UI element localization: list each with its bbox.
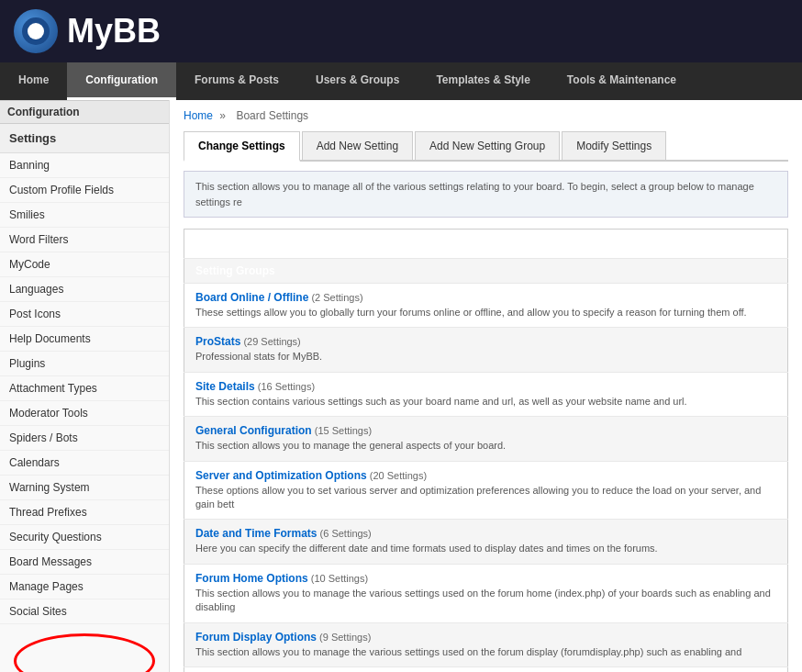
setting-group-title[interactable]: Server and Optimization Options [195, 469, 367, 482]
tab-modify-settings[interactable]: Modify Settings [562, 131, 666, 160]
table-row: Site Details (16 Settings)This section c… [184, 372, 788, 416]
nav-configuration[interactable]: Configuration [67, 62, 176, 100]
sidebar-item-post-icons[interactable]: Post Icons [0, 302, 169, 327]
setting-group-count: (29 Settings) [240, 336, 300, 347]
info-box: This section allows you to manage all of… [184, 171, 788, 218]
setting-group-count: (10 Settings) [308, 573, 368, 584]
setting-group-desc: This section allows you to manage the ge… [195, 439, 776, 453]
sidebar-item-smilies[interactable]: Smilies [0, 203, 169, 228]
sidebar: Configuration Settings Banning Custom Pr… [0, 100, 170, 672]
setting-group-desc: These options allow you to set various s… [195, 484, 776, 512]
table-row: Server and Optimization Options (20 Sett… [184, 461, 788, 520]
sidebar-item-board-messages[interactable]: Board Messages [0, 550, 169, 575]
setting-group-desc: Here you can specify the different date … [195, 542, 776, 555]
sidebar-item-thread-prefixes[interactable]: Thread Prefixes [0, 500, 169, 525]
sidebar-item-warning-system[interactable]: Warning System [0, 476, 169, 500]
nav-tools-maintenance[interactable]: Tools & Maintenance [549, 62, 695, 100]
setting-group-count: (15 Settings) [312, 425, 372, 436]
sidebar-section-title: Configuration [0, 100, 169, 124]
setting-group-title[interactable]: Forum Home Options [195, 572, 308, 585]
sidebar-item-languages[interactable]: Languages [0, 277, 169, 302]
sidebar-item-moderator-tools[interactable]: Moderator Tools [0, 401, 169, 426]
sidebar-item-mycode[interactable]: MyCode [0, 252, 169, 277]
header: MyBB [0, 0, 802, 62]
table-row: Show Thread Options (14 Settings)This se… [184, 666, 788, 672]
setting-group-count: (16 Settings) [255, 381, 315, 392]
setting-group-desc: This section contains various settings s… [195, 395, 776, 409]
tab-change-settings[interactable]: Change Settings [184, 131, 300, 162]
sidebar-item-custom-profile-fields[interactable]: Custom Profile Fields [0, 178, 169, 203]
nav-templates-style[interactable]: Templates & Style [418, 62, 548, 100]
table-row: General Configuration (15 Settings)This … [184, 417, 788, 461]
tab-add-new-setting[interactable]: Add New Setting [302, 131, 413, 160]
setting-group-title[interactable]: General Configuration [195, 424, 312, 437]
setting-group-title[interactable]: Board Online / Offline [195, 291, 308, 304]
table-row: Forum Display Options (9 Settings)This s… [184, 622, 788, 666]
setting-group-title[interactable]: Site Details [195, 380, 255, 393]
sidebar-item-social-sites[interactable]: Social Sites [0, 599, 169, 624]
setting-group-desc: This section allows you to manage the va… [195, 587, 776, 615]
table-row: Date and Time Formats (6 Settings)Here y… [184, 520, 788, 564]
logo-area: MyBB [14, 9, 161, 53]
logo-text: MyBB [67, 12, 161, 50]
setting-group-count: (6 Settings) [317, 528, 371, 539]
breadcrumb-current: Board Settings [236, 109, 308, 122]
setting-group-title[interactable]: ProStats [195, 335, 240, 348]
nav-home[interactable]: Home [0, 62, 67, 100]
settings-table-subheader: Setting Groups [184, 259, 788, 284]
logo-icon [14, 9, 58, 53]
sidebar-item-help-documents[interactable]: Help Documents [0, 327, 169, 352]
main-nav: Home Configuration Forums & Posts Users … [0, 62, 802, 100]
settings-table: Board Settings Setting Groups Board Onli… [184, 229, 788, 672]
breadcrumb-home[interactable]: Home [184, 109, 213, 122]
table-row: Board Online / Offline (2 Settings)These… [184, 284, 788, 328]
sidebar-item-security-questions[interactable]: Security Questions [0, 525, 169, 550]
breadcrumb: Home » Board Settings [184, 109, 788, 122]
sidebar-item-word-filters[interactable]: Word Filters [0, 228, 169, 252]
table-row: Forum Home Options (10 Settings)This sec… [184, 564, 788, 622]
setting-group-count: (9 Settings) [317, 632, 371, 643]
tab-add-new-setting-group[interactable]: Add New Setting Group [415, 131, 560, 160]
sidebar-item-plugins[interactable]: Plugins [0, 352, 169, 376]
setting-group-desc: Professional stats for MyBB. [195, 350, 776, 364]
setting-group-desc: This section allows you to manage the va… [195, 645, 776, 659]
sidebar-item-attachment-types[interactable]: Attachment Types [0, 376, 169, 401]
tabs-bar: Change Settings Add New Setting Add New … [184, 131, 788, 162]
setting-group-count: (20 Settings) [367, 470, 427, 481]
red-oval-highlight [14, 633, 155, 672]
breadcrumb-separator: » [219, 109, 226, 122]
setting-group-desc: These settings allow you to globally tur… [195, 306, 776, 319]
sidebar-item-calendars[interactable]: Calendars [0, 451, 169, 476]
table-row: ProStats (29 Settings)Professional stats… [184, 328, 788, 372]
content-area: Home » Board Settings Change Settings Ad… [170, 100, 802, 672]
sidebar-item-banning[interactable]: Banning [0, 153, 169, 178]
nav-forums-posts[interactable]: Forums & Posts [176, 62, 297, 100]
setting-group-title[interactable]: Date and Time Formats [195, 527, 317, 540]
setting-group-count: (2 Settings) [308, 292, 362, 303]
settings-table-header: Board Settings [184, 230, 788, 259]
sidebar-item-spiders-bots[interactable]: Spiders / Bots [0, 426, 169, 451]
main-layout: Configuration Settings Banning Custom Pr… [0, 100, 802, 672]
nav-users-groups[interactable]: Users & Groups [297, 62, 418, 100]
sidebar-item-manage-pages[interactable]: Manage Pages [0, 575, 169, 599]
setting-group-title[interactable]: Forum Display Options [195, 631, 317, 644]
sidebar-heading: Settings [0, 124, 169, 153]
info-text: This section allows you to manage all of… [195, 181, 754, 207]
